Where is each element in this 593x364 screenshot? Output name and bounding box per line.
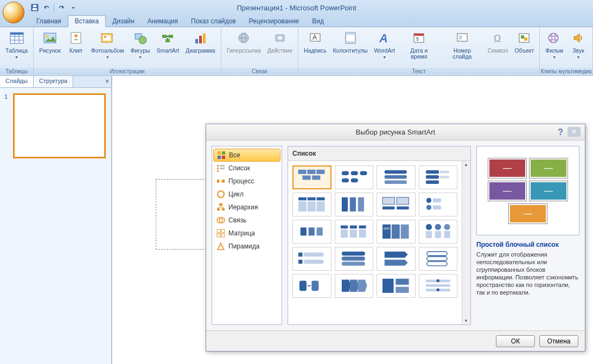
svg-rect-105 [382,207,394,210]
group-media: Фильм▼ Звук▼ Клипы мультимедиа [540,27,593,75]
panel-close-icon[interactable]: × [105,78,109,85]
gallery-item[interactable] [419,247,458,271]
slides-tab[interactable]: Слайды [0,76,34,87]
action-icon [271,29,289,47]
svg-rect-89 [426,170,439,174]
gallery-item[interactable] [335,247,374,271]
svg-rect-125 [426,231,432,238]
tab-animation[interactable]: Анимация [141,16,184,27]
svg-rect-100 [342,197,348,212]
outline-tab[interactable]: Структура [34,76,73,87]
cat-all[interactable]: Все [213,149,280,162]
gallery-item[interactable] [292,274,331,298]
ribbon-tabs: Главная Вставка Дизайн Анимация Показ сл… [0,15,593,27]
cat-list[interactable]: Список [212,162,282,175]
svg-rect-123 [401,225,409,239]
gallery-item[interactable] [335,220,374,244]
gallery-item[interactable] [292,247,331,271]
cat-relationship[interactable]: Связь [212,214,282,227]
gallery-item[interactable] [377,165,416,189]
redo-icon[interactable] [56,3,66,12]
svg-rect-121 [384,228,390,230]
slide-thumbnail[interactable] [13,93,106,158]
svg-rect-142 [382,279,394,293]
svg-rect-78 [317,170,325,174]
cat-cycle[interactable]: Цикл [212,188,282,201]
svg-rect-63 [217,208,220,210]
svg-rect-120 [382,225,391,239]
gallery-item[interactable] [335,165,374,189]
svg-point-128 [444,224,450,230]
svg-rect-101 [350,197,356,212]
svg-point-15 [104,36,106,38]
gallery-item[interactable] [377,193,416,216]
gallery-item[interactable] [419,165,458,189]
tab-home[interactable]: Главная [30,16,68,27]
preview-text: Простой блочный список Служит для отобра… [476,241,579,296]
chart-icon [192,29,209,47]
svg-rect-95 [298,201,307,212]
svg-rect-88 [385,181,407,184]
thumb-number: 1 [4,93,8,100]
svg-rect-117 [350,229,357,238]
dialog-title: Выбор рисунка SmartArt [356,128,435,136]
cat-pyramid[interactable]: Пирамида [212,240,282,253]
svg-point-12 [74,34,78,37]
cat-hierarchy[interactable]: Иерархия [212,201,282,214]
gallery-item[interactable] [377,274,416,298]
svg-text:A: A [313,34,317,41]
ribbon: Таблица▼ Таблицы Рисунок Клип Фотоальбом… [0,27,593,76]
svg-rect-50 [218,151,221,155]
save-icon[interactable] [30,3,40,12]
svg-rect-106 [397,207,409,210]
smartart-label: SmartArt [157,48,179,54]
tab-slideshow[interactable]: Показ слайдов [184,16,243,27]
qat-dropdown-icon[interactable]: ▼ [68,3,78,12]
clip-icon [67,29,85,47]
svg-rect-85 [351,178,358,182]
gallery-item[interactable] [335,193,374,216]
shapes-label: Фигуры [130,47,150,54]
tab-insert[interactable]: Вставка [68,15,106,27]
svg-rect-55 [220,165,225,167]
gallery-item[interactable] [335,274,374,298]
gallery-item[interactable] [377,220,416,244]
ok-button[interactable]: ОК [496,335,535,347]
gallery-scrollbar[interactable] [462,161,470,324]
svg-rect-91 [426,175,439,179]
svg-rect-112 [309,228,315,236]
tab-design[interactable]: Дизайн [106,16,141,27]
dialog-titlebar: Выбор рисунка SmartArt ? ✕ [206,124,585,141]
group-links-label: Связи [221,68,298,75]
datetime-icon: 5 [410,29,428,47]
gallery-item[interactable] [419,193,458,216]
cancel-button[interactable]: Отмена [539,335,578,347]
svg-rect-2 [33,5,36,7]
undo-icon[interactable] [42,3,52,12]
svg-point-46 [552,34,554,36]
group-text: AНадпись Колонтитулы AWordArt▼ 5Дата и в… [298,27,540,75]
photoalbum-label: Фотоальбом [91,47,124,54]
dialog-help-icon[interactable]: ? [558,127,563,137]
wordart-icon: A [376,29,393,47]
svg-rect-115 [341,229,348,238]
cat-cycle-label: Цикл [228,190,244,198]
gallery-item[interactable] [292,220,331,244]
group-illustrations: Рисунок Клип Фотоальбом▼ Фигуры▼ SmartAr… [34,27,221,75]
chart-label: Диаграмма [186,48,215,54]
gallery-item[interactable] [292,165,331,189]
gallery-item[interactable] [292,193,331,216]
gallery-item[interactable] [419,274,458,298]
svg-rect-18 [162,35,167,38]
tab-review[interactable]: Рецензирование [243,16,306,27]
gallery-item[interactable] [419,220,458,244]
office-button[interactable] [3,2,24,23]
preview-description: Служит для отображения непоследовательны… [476,251,579,296]
cat-process[interactable]: Процесс [212,175,282,188]
shapes-icon [132,29,149,47]
cat-matrix[interactable]: Матрица [212,227,282,240]
dialog-close-icon[interactable]: ✕ [568,127,581,137]
svg-rect-119 [359,229,366,238]
gallery-item[interactable] [377,247,416,271]
tab-view[interactable]: Вид [305,16,330,27]
